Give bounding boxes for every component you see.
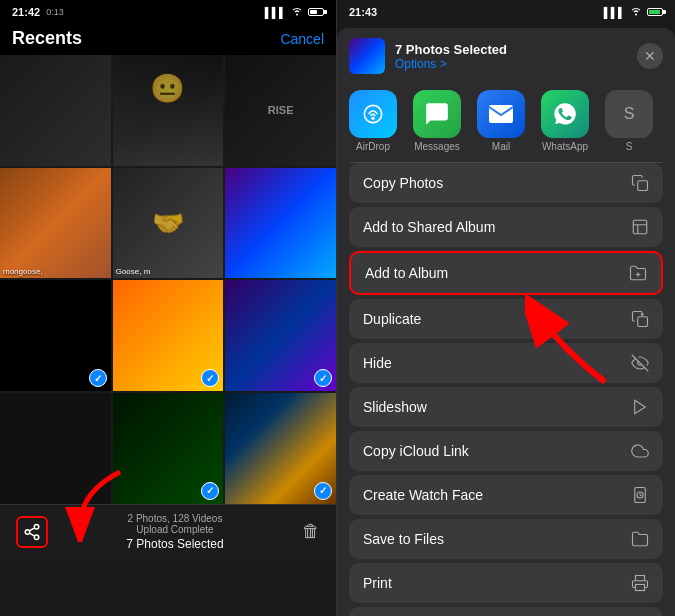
photo-grid: 😐 RISE mongoose, 🤝 Goose, m [0,55,336,504]
photo-cell-1[interactable] [0,55,111,166]
more-label: S [626,141,633,152]
airdrop-label: AirDrop [356,141,390,152]
photo-cell-3[interactable]: RISE [225,55,336,166]
svg-rect-6 [638,181,648,191]
photo-cell-5[interactable]: 🤝 Goose, m [113,168,224,279]
add-album-icon [629,264,647,282]
menu-item-icloud[interactable]: Copy iCloud Link [349,431,663,471]
cancel-button[interactable]: Cancel [280,31,324,47]
hide-label: Hide [363,355,392,371]
menu-item-save-files[interactable]: Save to Files [349,519,663,559]
menu-item-copy-photos[interactable]: Copy Photos [349,163,663,203]
app-icon-more[interactable]: S S [605,90,653,152]
photo-cell-9[interactable] [225,280,336,391]
photo-cell-6[interactable] [225,168,336,279]
svg-rect-7 [633,220,647,234]
photo-cell-12[interactable] [225,393,336,504]
menu-item-run-script[interactable]: Run Script { } [349,607,663,616]
photos-header: Recents Cancel [0,24,336,55]
messages-icon [413,90,461,138]
share-options[interactable]: Options > [395,57,637,71]
svg-point-0 [296,14,298,16]
svg-point-4 [371,117,374,120]
bottom-bar: 2 Photos, 128 Videos Upload Complete 7 P… [0,504,336,559]
share-icon [23,523,41,541]
photo-cell-8[interactable] [113,280,224,391]
svg-rect-19 [636,585,645,591]
photos-title: Recents [12,28,82,49]
menu-item-hide[interactable]: Hide [349,343,663,383]
photo-cell-4[interactable]: mongoose, [0,168,111,279]
time-right: 21:43 [349,6,377,18]
signal-left: ▌▌▌ [265,7,286,18]
check-3 [89,369,107,387]
share-thumbnail [349,38,385,74]
share-sheet: 7 Photos Selected Options > ✕ AirDrop Me… [337,28,675,616]
status-bar-left: 21:42 0:13 ▌▌▌ [0,0,336,24]
app-icons-row: AirDrop Messages Mail WhatsApp [337,80,675,162]
watch-face-label: Create Watch Face [363,487,483,503]
check-4 [201,369,219,387]
close-button[interactable]: ✕ [637,43,663,69]
icloud-icon [631,442,649,460]
red-arrow-left [60,462,140,546]
shared-album-label: Add to Shared Album [363,219,495,235]
svg-point-2 [635,14,637,16]
photo-label-goose: Goose, m [116,267,151,276]
check-7 [314,482,332,500]
app-icon-mail[interactable]: Mail [477,90,525,152]
print-label: Print [363,575,392,591]
recording-indicator: 0:13 [46,7,64,17]
copy-photos-label: Copy Photos [363,175,443,191]
battery-right [647,8,663,16]
duplicate-label: Duplicate [363,311,421,327]
svg-line-18 [640,495,642,496]
signal-right: ▌▌▌ [604,7,625,18]
app-icon-airdrop[interactable]: AirDrop [349,90,397,152]
app-icon-whatsapp[interactable]: WhatsApp [541,90,589,152]
battery-left [308,8,324,16]
airdrop-icon [349,90,397,138]
wifi-right [629,6,643,18]
svg-marker-14 [635,400,646,414]
share-title-area: 7 Photos Selected Options > [395,42,637,71]
share-header: 7 Photos Selected Options > ✕ [337,28,675,80]
duplicate-icon [631,310,649,328]
more-icon: S [605,90,653,138]
mail-label: Mail [492,141,510,152]
photo-cell-7[interactable] [0,280,111,391]
trash-icon[interactable]: 🗑 [302,521,320,542]
menu-item-print[interactable]: Print [349,563,663,603]
menu-item-slideshow[interactable]: Slideshow [349,387,663,427]
whatsapp-label: WhatsApp [542,141,588,152]
photo-cell-2[interactable]: 😐 [113,55,224,166]
check-6 [201,482,219,500]
menu-list: Copy Photos Add to Shared Album Add to A… [337,163,675,616]
messages-label: Messages [414,141,460,152]
status-bar-right: 21:43 ▌▌▌ [337,0,675,24]
menu-item-shared-album[interactable]: Add to Shared Album [349,207,663,247]
mail-icon [477,90,525,138]
whatsapp-icon [541,90,589,138]
icloud-label: Copy iCloud Link [363,443,469,459]
share-button[interactable] [16,516,48,548]
photo-label-mongoose: mongoose, [3,267,43,276]
check-5 [314,369,332,387]
share-title: 7 Photos Selected [395,42,637,57]
print-icon [631,574,649,592]
copy-photos-icon [631,174,649,192]
svg-rect-10 [638,317,648,327]
slideshow-label: Slideshow [363,399,427,415]
menu-item-add-album[interactable]: Add to Album [349,251,663,295]
menu-item-watch-face[interactable]: Create Watch Face [349,475,663,515]
save-files-label: Save to Files [363,531,444,547]
wifi-left [290,6,304,18]
right-phone: 21:43 ▌▌▌ 7 Photos Selected Options > ✕ [337,0,675,616]
menu-item-duplicate[interactable]: Duplicate [349,299,663,339]
save-files-icon [631,530,649,548]
app-icon-messages[interactable]: Messages [413,90,461,152]
shared-album-icon [631,218,649,236]
time-left: 21:42 [12,6,40,18]
hide-icon [631,354,649,372]
slideshow-icon [631,398,649,416]
